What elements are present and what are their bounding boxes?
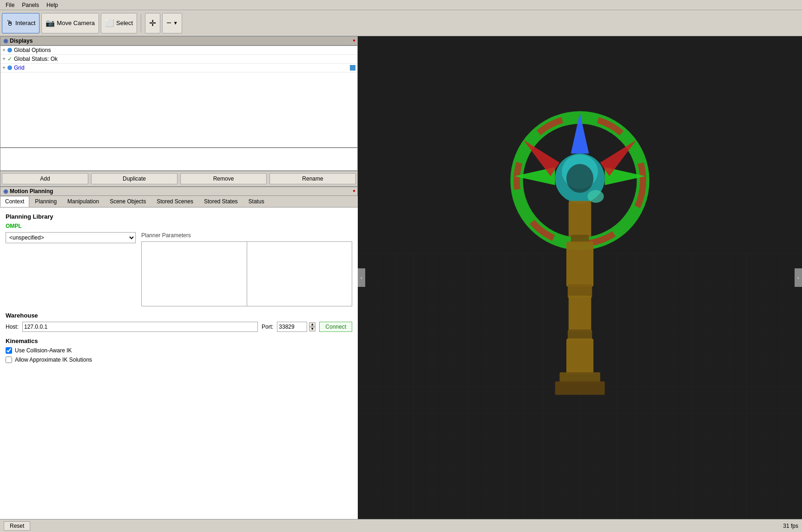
planner-select-col: <unspecified>: [6, 232, 136, 243]
planner-params-label: Planner Parameters: [141, 232, 352, 239]
expand-icon-global-status: +: [2, 56, 6, 62]
port-spin-down[interactable]: ▼: [309, 327, 316, 331]
tab-status[interactable]: Status: [243, 196, 270, 207]
displays-section-header: ◉ Displays ●: [0, 36, 358, 45]
select-icon: ⬜: [105, 19, 114, 27]
move-camera-button[interactable]: 📷 Move Camera: [41, 13, 99, 33]
tab-context[interactable]: Context: [0, 196, 29, 207]
chevron-right-icon: ›: [797, 275, 799, 280]
displays-close-icon[interactable]: ●: [353, 38, 355, 43]
approximate-ik-row: Allow Approximate IK Solutions: [6, 357, 352, 363]
viewport-3d[interactable]: ‹ ›: [358, 36, 802, 519]
warehouse-title: Warehouse: [6, 312, 352, 319]
toolbar: 🖱 Interact 📷 Move Camera ⬜ Select ✛ − ▼: [0, 10, 802, 36]
svg-rect-13: [566, 241, 593, 286]
approximate-ik-label: Allow Approximate IK Solutions: [15, 357, 92, 363]
svg-rect-15: [569, 296, 592, 332]
warehouse-section: Warehouse Host: Port: ▲ ▼ Connect: [6, 312, 352, 332]
add-button[interactable]: Add: [2, 173, 88, 184]
warehouse-row: Host: Port: ▲ ▼ Connect: [6, 322, 352, 332]
expand-icon-global-options: +: [2, 47, 6, 53]
move-camera-label: Move Camera: [57, 19, 95, 26]
kinematics-section: Kinematics Use Collision-Aware IK Allow …: [6, 337, 352, 363]
remove-button[interactable]: Remove: [180, 173, 267, 184]
duplicate-button[interactable]: Duplicate: [91, 173, 177, 184]
displays-button-row: Add Duplicate Remove Rename: [0, 171, 358, 187]
right-panel: ‹ ›: [358, 36, 802, 519]
display-item-global-options[interactable]: + Global Options: [0, 46, 357, 55]
interact-icon: 🖱: [6, 19, 13, 27]
port-input[interactable]: [277, 322, 307, 332]
dot-icon-grid: [7, 65, 12, 70]
collision-aware-label: Use Collision-Aware IK: [15, 347, 72, 354]
collapse-left-arrow[interactable]: ‹: [358, 268, 365, 287]
display-item-global-status[interactable]: + ✓ Global Status: Ok: [0, 55, 357, 64]
collision-aware-checkbox[interactable]: [6, 347, 12, 354]
ompl-label: OMPL: [6, 223, 352, 229]
port-spin-up[interactable]: ▲: [309, 322, 316, 327]
display-label-global-status: Global Status: Ok: [14, 56, 58, 62]
svg-point-10: [566, 164, 593, 193]
expand-icon-grid: +: [2, 65, 6, 71]
displays-panel: + Global Options + ✓ Global Status: Ok +…: [0, 45, 358, 148]
planner-row: <unspecified> Planner Parameters: [6, 232, 352, 306]
motion-planning-title: Motion Planning: [10, 188, 53, 195]
port-container: ▲ ▼: [277, 322, 316, 332]
main-layout: ◉ Displays ● + Global Options + ✓ Global…: [0, 36, 802, 519]
displays-section-expand[interactable]: ◉: [3, 38, 8, 44]
interact-button[interactable]: 🖱 Interact: [2, 13, 39, 33]
plus-button[interactable]: ✛: [145, 13, 160, 33]
svg-rect-17: [566, 338, 593, 375]
robot-svg: [482, 104, 677, 420]
planner-params-col: Planner Parameters: [141, 232, 352, 306]
tab-planning[interactable]: Planning: [30, 196, 62, 207]
svg-rect-11: [569, 201, 592, 237]
tabs-bar: Context Planning Manipulation Scene Obje…: [0, 196, 358, 208]
port-spinners: ▲ ▼: [309, 322, 316, 331]
interact-label: Interact: [15, 19, 35, 26]
svg-point-20: [588, 190, 604, 203]
toolbar-separator-1: [141, 14, 141, 32]
context-tab-content: Planning Library OMPL <unspecified> Plan…: [0, 208, 358, 519]
tab-scene-objects[interactable]: Scene Objects: [105, 196, 151, 207]
planner-select[interactable]: <unspecified>: [6, 232, 136, 243]
minus-button[interactable]: − ▼: [162, 13, 182, 33]
displays-title: Displays: [10, 38, 33, 44]
select-label: Select: [116, 19, 133, 26]
motion-planning-section: ◉ Motion Planning ● Context Planning Man…: [0, 187, 358, 519]
svg-rect-19: [555, 381, 605, 395]
connect-button[interactable]: Connect: [319, 322, 352, 332]
params-list: [141, 241, 247, 306]
motion-planning-header: ◉ Motion Planning ●: [0, 187, 358, 196]
display-item-grid[interactable]: + Grid: [0, 64, 357, 72]
plus-icon: ✛: [149, 18, 156, 28]
statusbar: Reset 31 fps: [0, 519, 802, 532]
left-panel: ◉ Displays ● + Global Options + ✓ Global…: [0, 36, 358, 519]
planner-params-area: [141, 241, 352, 306]
motion-planning-expand[interactable]: ◉: [3, 188, 8, 195]
dot-icon-global-options: [7, 48, 12, 52]
rename-button[interactable]: Rename: [270, 173, 356, 184]
menu-help[interactable]: Help: [43, 1, 62, 9]
display-label-grid: Grid: [14, 65, 25, 71]
tab-manipulation[interactable]: Manipulation: [62, 196, 104, 207]
planning-library-title: Planning Library: [6, 213, 352, 220]
menubar: File Panels Help: [0, 0, 802, 10]
motion-planning-close-icon[interactable]: ●: [353, 188, 355, 193]
chevron-left-icon: ‹: [361, 275, 362, 280]
menu-file[interactable]: File: [2, 1, 18, 9]
minus-icon: −: [166, 18, 171, 28]
collapse-right-arrow[interactable]: ›: [795, 268, 802, 287]
displays-lower: [0, 148, 358, 171]
reset-button[interactable]: Reset: [4, 521, 30, 531]
host-input[interactable]: [22, 322, 258, 332]
approximate-ik-checkbox[interactable]: [6, 357, 12, 363]
host-label: Host:: [6, 324, 19, 330]
menu-panels[interactable]: Panels: [18, 1, 43, 9]
select-button[interactable]: ⬜ Select: [101, 13, 137, 33]
port-label: Port:: [262, 324, 273, 330]
grid-color-square: [350, 65, 355, 71]
tab-stored-states[interactable]: Stored States: [199, 196, 243, 207]
dropdown-icon: ▼: [173, 20, 178, 26]
tab-stored-scenes[interactable]: Stored Scenes: [151, 196, 198, 207]
